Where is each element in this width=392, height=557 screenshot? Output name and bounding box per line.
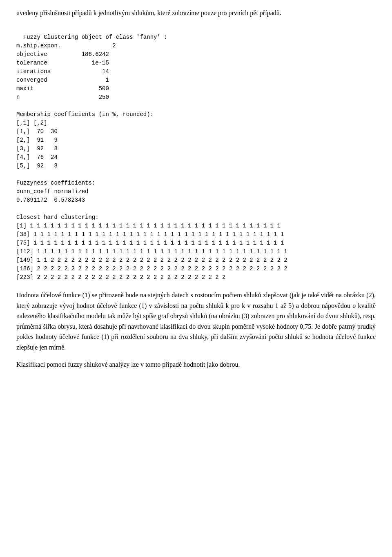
fuzzyness-values: 0.7891172 0.5782343 bbox=[16, 197, 85, 203]
code-params: m.ship.expon. 2 objective 186.6242 toler… bbox=[16, 42, 116, 100]
membership-header: Membership coefficients (in %, rounded): bbox=[16, 111, 154, 118]
code-header: Fuzzy Clustering object of class 'fanny'… bbox=[23, 34, 167, 40]
body-paragraph1: Hodnota účelové funkce (1) se přirozeně … bbox=[16, 290, 376, 353]
clustering-rows: [1] 1 1 1 1 1 1 1 1 1 1 1 1 1 1 1 1 1 1 … bbox=[16, 223, 287, 281]
clustering-header: Closest hard clustering: bbox=[16, 214, 99, 221]
membership-cols: [,1] [,2] bbox=[16, 120, 47, 126]
fuzzyness-labels: dunn_coeff normalized bbox=[16, 188, 88, 195]
intro-paragraph: uvedeny příslušnosti případů k jednotliv… bbox=[16, 8, 376, 18]
fuzzyness-header: Fuzzyness coefficients: bbox=[16, 180, 95, 186]
membership-rows: [1,] 70 30 [2,] 91 9 [3,] 92 8 [4,] 76 2… bbox=[16, 128, 58, 169]
code-output: Fuzzy Clustering object of class 'fanny'… bbox=[16, 25, 376, 282]
body-paragraph2: Klasifikaci pomocí fuzzy shlukové analýz… bbox=[16, 359, 376, 370]
